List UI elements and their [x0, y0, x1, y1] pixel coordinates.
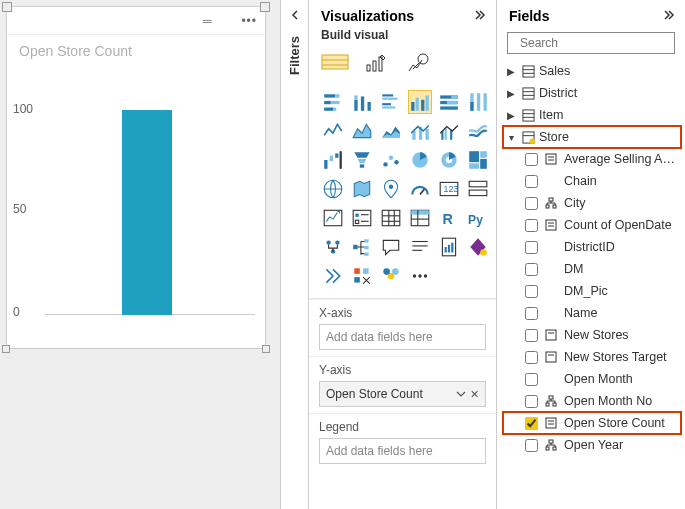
smart-narrative-icon[interactable]	[408, 235, 432, 259]
map-icon[interactable]	[321, 177, 345, 201]
app-source-icon[interactable]	[350, 264, 374, 288]
paginated-report-icon[interactable]	[437, 235, 461, 259]
line-chart-icon[interactable]	[321, 119, 345, 143]
pie-icon[interactable]	[408, 148, 432, 172]
checkbox[interactable]	[525, 373, 538, 386]
waterfall-icon[interactable]	[321, 148, 345, 172]
matrix-icon[interactable]	[408, 206, 432, 230]
filters-label: Filters	[287, 36, 302, 75]
checkbox[interactable]	[525, 241, 538, 254]
azure-map-icon[interactable]	[379, 177, 403, 201]
svg-rect-129	[546, 352, 556, 362]
more-options-icon[interactable]: •••	[241, 14, 257, 28]
expand-filters-icon[interactable]	[289, 8, 301, 24]
field-dm[interactable]: DM	[503, 258, 681, 280]
header-handle-icon[interactable]: ═	[203, 14, 212, 28]
checkbox[interactable]	[525, 219, 538, 232]
field-chain[interactable]: Chain	[503, 170, 681, 192]
slicer-icon[interactable]	[350, 206, 374, 230]
checkbox[interactable]	[525, 153, 538, 166]
table-district[interactable]: ▶ District	[503, 82, 681, 104]
field-pill-actions[interactable]: ✕	[456, 388, 479, 401]
get-more-visuals-icon[interactable]	[379, 264, 403, 288]
filters-pane-collapsed[interactable]: Filters	[280, 0, 308, 509]
bar-open-store-count[interactable]	[122, 110, 172, 315]
field-count-opendate[interactable]: Count of OpenDate	[503, 214, 681, 236]
analytics-tab[interactable]	[405, 51, 433, 79]
gauge-icon[interactable]	[408, 177, 432, 201]
legend-dropzone[interactable]: Add data fields here	[319, 438, 486, 464]
report-canvas[interactable]: ═ ••• Open Store Count 100 50 0	[0, 0, 280, 509]
table-icon[interactable]	[379, 206, 403, 230]
hundred-stacked-bar-icon[interactable]	[437, 90, 461, 114]
format-visual-tab[interactable]	[363, 51, 391, 79]
checkbox[interactable]	[525, 285, 538, 298]
field-new-stores[interactable]: New Stores	[503, 324, 681, 346]
field-dm-pic[interactable]: DM_Pic	[503, 280, 681, 302]
ellipsis-icon[interactable]	[408, 264, 432, 288]
line-stacked-column-icon[interactable]	[408, 119, 432, 143]
field-open-store-count[interactable]: Open Store Count	[503, 412, 681, 434]
checkbox[interactable]	[525, 417, 538, 430]
stacked-column-icon[interactable]	[350, 90, 374, 114]
visual-card[interactable]: ═ ••• Open Store Count 100 50 0	[6, 6, 266, 349]
table-store[interactable]: ▾ Store	[503, 126, 681, 148]
multi-row-card-icon[interactable]	[466, 177, 490, 201]
field-district-id[interactable]: DistrictID	[503, 236, 681, 258]
x-axis-dropzone[interactable]: Add data fields here	[319, 324, 486, 350]
field-open-year[interactable]: Open Year	[503, 434, 681, 456]
search-box[interactable]	[507, 32, 675, 54]
card-icon[interactable]: 123	[437, 177, 461, 201]
hundred-stacked-column-icon[interactable]	[466, 90, 490, 114]
key-influencers-icon[interactable]	[321, 235, 345, 259]
legend-well[interactable]: Legend Add data fields here	[309, 413, 496, 470]
field-city[interactable]: City	[503, 192, 681, 214]
checkbox[interactable]	[525, 351, 538, 364]
checkbox[interactable]	[525, 329, 538, 342]
field-new-stores-target[interactable]: New Stores Target	[503, 346, 681, 368]
ribbon-chart-icon[interactable]	[466, 119, 490, 143]
decomposition-tree-icon[interactable]	[350, 235, 374, 259]
collapse-fields-icon[interactable]	[661, 8, 675, 24]
build-visual-tab[interactable]	[321, 50, 349, 80]
funnel-icon[interactable]	[350, 148, 374, 172]
x-axis-well[interactable]: X-axis Add data fields here	[309, 299, 496, 356]
table-sales[interactable]: ▶ Sales	[503, 60, 681, 82]
checkbox[interactable]	[525, 197, 538, 210]
y-axis-well[interactable]: Y-axis Open Store Count ✕	[309, 356, 496, 413]
clustered-column-icon[interactable]	[408, 90, 432, 114]
svg-rect-112	[522, 109, 533, 120]
power-apps-icon[interactable]	[466, 235, 490, 259]
y-axis-field-pill[interactable]: Open Store Count ✕	[319, 381, 486, 407]
field-name[interactable]: Name	[503, 302, 681, 324]
r-visual-icon[interactable]: R	[437, 206, 461, 230]
clustered-bar-icon[interactable]	[379, 90, 403, 114]
treemap-icon[interactable]	[466, 148, 490, 172]
remove-field-icon[interactable]: ✕	[470, 388, 479, 401]
scatter-icon[interactable]	[379, 148, 403, 172]
checkbox[interactable]	[525, 263, 538, 276]
checkbox[interactable]	[525, 439, 538, 452]
stacked-bar-icon[interactable]	[321, 90, 345, 114]
fields-tree: ▶ Sales ▶ District ▶ Item ▾ Store Averag…	[497, 60, 685, 456]
table-item[interactable]: ▶ Item	[503, 104, 681, 126]
checkbox[interactable]	[525, 175, 538, 188]
area-chart-icon[interactable]	[350, 119, 374, 143]
checkbox[interactable]	[525, 307, 538, 320]
qna-icon[interactable]	[379, 235, 403, 259]
kpi-icon[interactable]	[321, 206, 345, 230]
filled-map-icon[interactable]	[350, 177, 374, 201]
checkbox[interactable]	[525, 395, 538, 408]
svg-point-6	[418, 54, 428, 64]
power-automate-icon[interactable]	[321, 264, 345, 288]
donut-icon[interactable]	[437, 148, 461, 172]
field-open-month[interactable]: Open Month	[503, 368, 681, 390]
chevron-down-icon[interactable]	[456, 389, 466, 399]
field-open-month-no[interactable]: Open Month No	[503, 390, 681, 412]
field-avg-selling-area[interactable]: Average Selling Area...	[503, 148, 681, 170]
stacked-area-icon[interactable]	[379, 119, 403, 143]
line-clustered-column-icon[interactable]	[437, 119, 461, 143]
py-visual-icon[interactable]: Py	[466, 206, 490, 230]
collapse-viz-icon[interactable]	[472, 8, 486, 24]
search-input[interactable]	[520, 36, 670, 50]
